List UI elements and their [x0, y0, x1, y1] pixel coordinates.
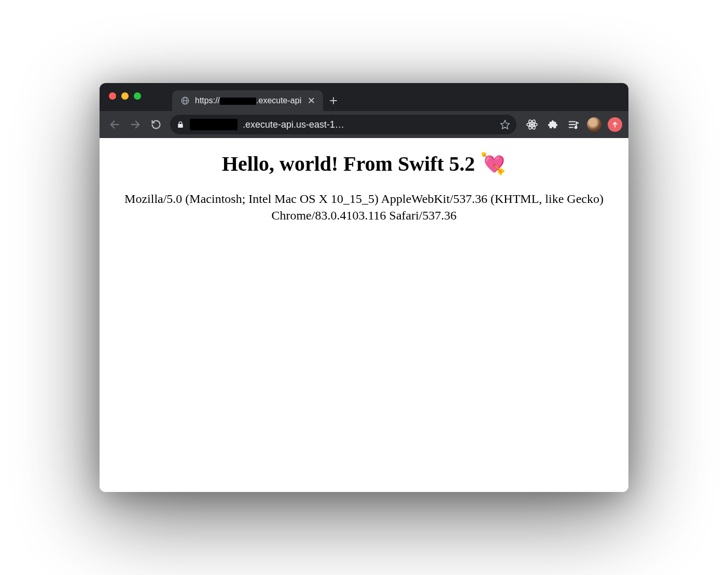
- url-text: .execute-api.us-east-1…: [243, 119, 495, 130]
- window-close-button[interactable]: [109, 92, 116, 100]
- window-maximize-button[interactable]: [134, 92, 141, 100]
- extension-icons: [525, 117, 622, 132]
- window-minimize-button[interactable]: [121, 92, 129, 100]
- nav-forward-button[interactable]: [127, 116, 144, 133]
- toolbar: .execute-api.us-east-1…: [100, 111, 628, 138]
- react-devtools-icon[interactable]: [525, 117, 539, 132]
- titlebar: https://.execute-api ✕: [100, 83, 628, 111]
- bookmark-star-icon[interactable]: [500, 119, 510, 130]
- new-tab-button[interactable]: [323, 90, 344, 111]
- browser-window: https://.execute-api ✕: [100, 83, 628, 492]
- reload-button[interactable]: [147, 116, 165, 133]
- svg-point-15: [575, 127, 577, 129]
- close-tab-icon[interactable]: ✕: [306, 95, 316, 106]
- address-bar[interactable]: .execute-api.us-east-1…: [170, 115, 516, 134]
- update-badge-icon[interactable]: [608, 117, 622, 132]
- browser-tab-active[interactable]: https://.execute-api ✕: [172, 90, 323, 111]
- user-agent-text: Mozilla/5.0 (Macintosh; Intel Mac OS X 1…: [110, 190, 618, 224]
- url-redacted-segment: [190, 119, 237, 130]
- extensions-puzzle-icon[interactable]: [545, 117, 560, 132]
- window-controls: [109, 92, 141, 100]
- lock-icon: [176, 120, 185, 129]
- globe-icon: [180, 96, 190, 105]
- nav-back-button[interactable]: [106, 116, 123, 133]
- page-viewport[interactable]: Hello, world! From Swift 5.2 💘 Mozilla/5…: [100, 138, 628, 492]
- tab-title: https://.execute-api: [195, 96, 301, 105]
- profile-avatar[interactable]: [587, 117, 601, 132]
- svg-point-8: [531, 124, 533, 126]
- page-heading: Hello, world! From Swift 5.2 💘: [109, 152, 619, 176]
- svg-marker-7: [501, 120, 510, 129]
- media-playlist-icon[interactable]: [566, 117, 581, 132]
